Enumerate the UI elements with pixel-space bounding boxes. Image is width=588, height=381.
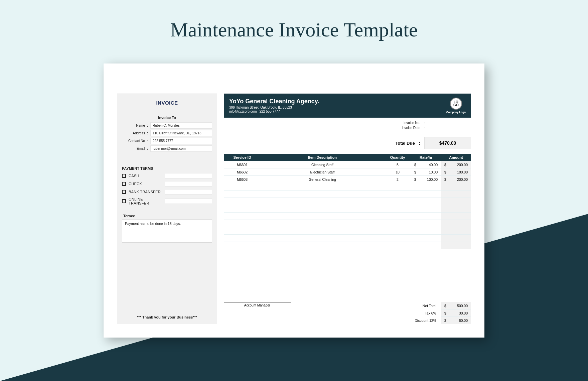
- cell-rate: $100.00: [411, 177, 441, 181]
- company-address: 396 Hickman Street, Oak Brook, IL, 60523: [229, 106, 319, 109]
- table-row: M6602Electrician Staff10$10.00$100.00: [224, 168, 471, 176]
- email-field[interactable]: rubenmor@email.com: [150, 145, 212, 152]
- pay-option-label: ONLINE TRANSFER: [129, 197, 162, 205]
- page-title: Maintenance Invoice Template: [0, 0, 588, 41]
- checkbox-icon[interactable]: [122, 190, 126, 194]
- cell-service-id: M6603: [224, 177, 261, 181]
- company-name: YoYo General Cleaning Agency.: [229, 98, 319, 105]
- terms-box[interactable]: Payment has to be done in 15 days.: [122, 219, 212, 243]
- checkbox-icon[interactable]: [122, 174, 126, 178]
- cell-quantity: 5: [384, 163, 411, 167]
- cell-quantity: 2: [384, 177, 411, 181]
- net-total-value: $500.00: [441, 302, 471, 309]
- cell-amount: $100.00: [441, 168, 471, 175]
- logo-caption: Company Logo: [446, 111, 466, 114]
- col-description: Item Description: [261, 155, 384, 159]
- col-amount: Amount: [441, 155, 471, 159]
- company-header: YoYo General Cleaning Agency. 396 Hickma…: [224, 94, 471, 118]
- pay-option-online-transfer: ONLINE TRANSFER: [122, 197, 212, 205]
- checkbox-icon[interactable]: [122, 182, 126, 186]
- discount-value: $60.00: [441, 317, 471, 324]
- name-label: Name: [122, 124, 147, 127]
- cell-amount: $200.00: [441, 161, 471, 168]
- address-field[interactable]: 110 Elliott St Newark, DE, 19713: [150, 130, 212, 136]
- cell-amount: $200.00: [441, 176, 471, 183]
- invoice-document: INVOICE Invoice To Name : Ruben C. Moral…: [104, 64, 484, 338]
- pay-option-bank-transfer: BANK TRANSFER: [122, 189, 212, 195]
- discount-label: Discount 12%: [384, 319, 441, 323]
- logo-icon: LO GO: [450, 98, 462, 110]
- left-panel: INVOICE Invoice To Name : Ruben C. Moral…: [117, 94, 217, 324]
- total-due-label: Total Due: [395, 141, 415, 146]
- bill-to-email-row: Email : rubenmor@email.com: [122, 145, 212, 152]
- email-label: Email: [122, 147, 147, 150]
- signature-line: [224, 302, 291, 302]
- table-row-empty: [224, 198, 471, 205]
- signature-block: Account Manager: [224, 302, 384, 324]
- cell-quantity: 10: [384, 170, 411, 174]
- terms-label: Terms:: [122, 214, 212, 218]
- company-info: YoYo General Cleaning Agency. 396 Hickma…: [229, 98, 319, 113]
- cell-description: Cleaning Staff: [261, 163, 384, 167]
- thank-you-message: *** Thank you for your Business***: [122, 315, 212, 319]
- invoice-heading: INVOICE: [122, 100, 212, 106]
- company-logo: LO GO Company Logo: [446, 98, 466, 114]
- total-due-row: Total Due : $470.00: [224, 137, 471, 149]
- pay-option-label: CHECK: [129, 182, 162, 186]
- col-quantity: Quantity: [384, 155, 411, 159]
- contact-field[interactable]: 222 555 7777: [150, 138, 212, 144]
- signature-label: Account Manager: [224, 303, 291, 307]
- cell-service-id: M6602: [224, 170, 261, 174]
- invoice-meta: Invoice No. : Invoice Date :: [224, 121, 471, 131]
- table-row-empty: [224, 190, 471, 198]
- name-field[interactable]: Ruben C. Morales: [150, 122, 212, 129]
- address-label: Address: [122, 131, 147, 135]
- pay-option-field[interactable]: [165, 189, 212, 195]
- bill-to-name-row: Name : Ruben C. Morales: [122, 122, 212, 129]
- items-body: M6601Cleaning Staff5$40.00$200.00M6602El…: [224, 161, 471, 299]
- invoice-date-label: Invoice Date: [394, 126, 420, 130]
- table-row-empty: [224, 183, 471, 190]
- cell-description: General Cleaning: [261, 177, 384, 181]
- checkbox-icon[interactable]: [122, 199, 126, 203]
- pay-option-cash: CASH: [122, 173, 212, 178]
- cell-description: Electrician Staff: [261, 170, 384, 174]
- right-panel: YoYo General Cleaning Agency. 396 Hickma…: [224, 94, 471, 324]
- col-rate: Rate/hr: [411, 155, 441, 159]
- pay-option-label: CASH: [129, 174, 162, 178]
- table-row-empty: [224, 235, 471, 242]
- company-contact: info@xyzcorp.com | 222 555 7777: [229, 110, 319, 113]
- tax-label: Tax 6%: [384, 311, 441, 315]
- payment-terms-heading: PAYMENT TERMS: [122, 166, 212, 170]
- pay-option-field[interactable]: [165, 173, 212, 178]
- table-row: M6601Cleaning Staff5$40.00$200.00: [224, 161, 471, 168]
- pay-option-field[interactable]: [165, 199, 212, 204]
- contact-label: Contact No: [122, 139, 147, 143]
- invoice-to-label: Invoice To: [122, 116, 212, 120]
- table-row-empty: [224, 205, 471, 213]
- table-row-empty: [224, 213, 471, 220]
- cell-rate: $40.00: [411, 163, 441, 167]
- table-row-empty: [224, 242, 471, 249]
- bill-to-address-row: Address : 110 Elliott St Newark, DE, 197…: [122, 130, 212, 136]
- col-service-id: Service ID: [224, 155, 261, 159]
- items-header: Service ID Item Description Quantity Rat…: [224, 154, 471, 161]
- pay-option-field[interactable]: [165, 181, 212, 186]
- cell-service-id: M6601: [224, 163, 261, 167]
- tax-value: $30.00: [441, 309, 471, 317]
- cell-rate: $10.00: [411, 170, 441, 174]
- table-row: M6603General Cleaning2$100.00$200.00: [224, 176, 471, 183]
- table-row-empty: [224, 220, 471, 227]
- invoice-no-label: Invoice No.: [394, 121, 420, 125]
- invoice-footer: Account Manager Net Total $500.00 Tax 6%…: [224, 302, 471, 324]
- totals-block: Net Total $500.00 Tax 6% $30.00 Discount…: [384, 302, 471, 324]
- total-due-value: $470.00: [424, 137, 471, 149]
- table-row-empty: [224, 227, 471, 235]
- pay-option-label: BANK TRANSFER: [129, 190, 162, 194]
- pay-option-check: CHECK: [122, 181, 212, 186]
- bill-to-contact-row: Contact No : 222 555 7777: [122, 138, 212, 144]
- net-total-label: Net Total: [384, 304, 441, 308]
